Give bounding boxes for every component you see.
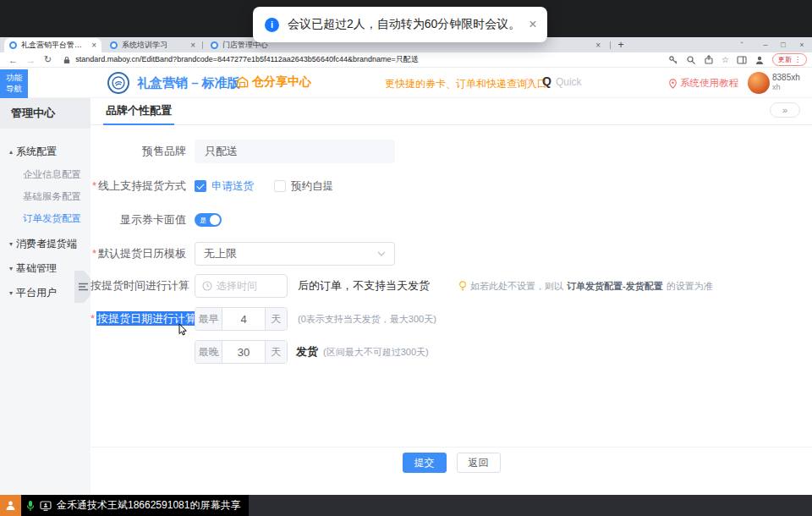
submit-button[interactable]: 提交 xyxy=(403,453,447,473)
form-footer: 提交 返回 xyxy=(91,447,812,473)
sidebar-group-system-config[interactable]: ▴ 系统配置 xyxy=(0,140,91,163)
sidebar-item-enterprise-info[interactable]: 企业信息配置 xyxy=(0,163,91,185)
tutorial-link[interactable]: 系统使用教程 xyxy=(669,77,738,90)
screen-share-taskbar: 金禾通技术王斌18662591081的屏幕共享 xyxy=(0,495,812,516)
tutorial-label: 系统使用教程 xyxy=(680,77,738,90)
earliest-days-group: 最早 天 xyxy=(195,307,288,331)
url-bar-actions: ☆ 更新 ⋮ xyxy=(668,53,812,66)
user-name-block: 8385xh xh xyxy=(772,73,800,92)
profile-icon[interactable] xyxy=(754,55,765,65)
required-mark: * xyxy=(92,247,96,260)
window-close-icon[interactable]: × xyxy=(793,37,811,52)
microphone-icon xyxy=(26,500,35,512)
nav-toggle-line1: 功能 xyxy=(6,73,22,84)
sidebar-group-consumer-pickup[interactable]: ▾ 消费者提货端 xyxy=(0,233,91,255)
time-hint: 如若此处不设置，则以订单发货配置-发货配置的设置为准 xyxy=(458,280,713,293)
window-menu-icon[interactable]: ˇ xyxy=(732,37,751,52)
banner-close-icon[interactable]: × xyxy=(529,18,536,31)
tab-close-icon[interactable]: × xyxy=(91,41,96,50)
tab-close-icon[interactable]: × xyxy=(190,41,195,50)
screen: i 会议已超过2人，自动转为60分钟限时会议。 × 礼盒营销平台管理中心 × 系… xyxy=(0,0,812,516)
share-icon[interactable] xyxy=(704,55,714,65)
checkbox-delivery-label[interactable]: 申请送货 xyxy=(211,179,254,194)
toggle-knob xyxy=(210,215,220,225)
main-content: 品牌个性配置 » 预售品牌 只配送 *线上支持提货方式 申请送货 预约自提 显示… xyxy=(91,98,812,495)
caret-up-icon: ▴ xyxy=(9,148,13,156)
favicon xyxy=(9,41,17,49)
collapse-menu-icon xyxy=(79,283,88,291)
browser-tab-active[interactable]: 礼盒营销平台管理中心 × xyxy=(4,38,102,52)
meeting-app-icon[interactable] xyxy=(0,495,21,516)
form-row-show-face-value: 显示券卡面值 是 xyxy=(91,208,222,232)
info-icon: i xyxy=(265,18,279,32)
form-row-time-calc: 按提货时间进行计算 后的订单，不支持当天发货 如若此处不设置，则以订单发货配置-… xyxy=(91,274,713,298)
more-dots-icon: ⋮ xyxy=(794,56,801,63)
app-logo-icon xyxy=(107,72,129,94)
user-name: 8385xh xyxy=(772,73,800,83)
bookmark-star-icon[interactable]: ☆ xyxy=(721,55,729,64)
calendar-template-label-text: 默认提货日历模板 xyxy=(98,247,186,260)
back-button[interactable]: 返回 xyxy=(457,453,501,473)
sidebar-group-label: 系统配置 xyxy=(16,145,57,159)
calendar-template-select[interactable]: 无上限 xyxy=(195,242,395,266)
warehouse-icon xyxy=(236,76,249,88)
side-panel-icon[interactable] xyxy=(737,55,747,65)
location-pin-icon xyxy=(669,79,677,89)
screen-share-icon xyxy=(40,501,52,511)
tab-close-icon[interactable]: × xyxy=(595,41,601,50)
nav-toggle-line2: 导航 xyxy=(6,84,22,95)
time-after-text: 后的订单，不支持当天发货 xyxy=(298,278,430,294)
tab-brand-personality-config[interactable]: 品牌个性配置 xyxy=(103,98,174,125)
face-value-toggle-on[interactable]: 是 xyxy=(195,213,222,227)
sidebar: 管理中心 ▴ 系统配置 企业信息配置 基础服务配置 订单发货配置 ▾ 消费者提货… xyxy=(0,98,91,495)
checkbox-delivery-checked[interactable] xyxy=(195,180,206,192)
meeting-notification-banner: i 会议已超过2人，自动转为60分钟限时会议。 × xyxy=(253,7,547,42)
app-title: 礼盒营销 – 标准版 xyxy=(137,75,240,91)
caret-down-icon: ▾ xyxy=(9,265,13,272)
reload-icon[interactable]: ↻ xyxy=(44,54,52,65)
browser-tab[interactable]: × xyxy=(551,38,606,52)
mouse-cursor xyxy=(178,323,189,337)
time-calc-label: 按提货时间进行计算 xyxy=(91,278,186,294)
window-minimize-icon[interactable]: – xyxy=(756,37,775,52)
tab-title: 礼盒营销平台管理中心 xyxy=(21,40,87,51)
clock-icon xyxy=(202,281,212,291)
sidebar-item-order-shipping[interactable]: 订单发货配置 xyxy=(0,207,91,229)
user-subname: xh xyxy=(772,83,800,92)
screen-share-status[interactable]: 金禾通技术王斌18662591081的屏幕共享 xyxy=(21,495,249,516)
earliest-days-input[interactable] xyxy=(222,308,265,330)
update-label: 更新 xyxy=(778,55,792,64)
function-nav-toggle[interactable]: 功能 导航 xyxy=(0,69,28,98)
zoom-icon[interactable] xyxy=(686,55,696,65)
form-row-date-calc-earliest: *按提货日期进行计算 最早 天 (0表示支持当天发货，最大300天) xyxy=(91,307,436,331)
toggle-on-text: 是 xyxy=(200,216,206,225)
time-input[interactable] xyxy=(217,280,271,292)
browser-tab[interactable]: 系统培训学习 × xyxy=(105,38,200,52)
tab-title: 系统培训学习 xyxy=(122,40,186,51)
key-icon[interactable] xyxy=(668,55,678,65)
latest-hint: (区间最大不可超过300天) xyxy=(323,346,429,359)
new-tab-button[interactable]: + xyxy=(614,38,628,52)
time-picker[interactable] xyxy=(195,274,288,298)
latest-days-input[interactable] xyxy=(222,341,265,363)
quick-search[interactable]: Q Quick xyxy=(542,74,582,88)
sidebar-title: 管理中心 xyxy=(0,98,91,129)
sidebar-item-basic-service[interactable]: 基础服务配置 xyxy=(0,185,91,207)
back-icon[interactable]: ← xyxy=(8,55,18,65)
earliest-hint: (0表示支持当天发货，最大300天) xyxy=(298,313,436,326)
url-text[interactable]: standard.maboy.cn/EditBand?brandcode=844… xyxy=(75,54,418,65)
panel-collapse-button[interactable]: » xyxy=(770,102,800,118)
share-center-link[interactable]: 仓分享中心 xyxy=(236,74,311,90)
checkbox-selfpickup-label[interactable]: 预约自提 xyxy=(291,179,333,194)
form-row-presale-brand: 预售品牌 只配送 xyxy=(91,140,395,163)
checkbox-selfpickup-unchecked[interactable] xyxy=(274,180,286,192)
browser-update-button[interactable]: 更新 ⋮ xyxy=(772,53,807,66)
quick-entry-promo-link[interactable]: 更快捷的券卡、订单和快递查询入口 xyxy=(385,77,547,91)
form-row-date-calc-latest: 最晚 天 发货 (区间最大不可超过300天) xyxy=(91,340,429,364)
forward-icon[interactable]: → xyxy=(26,55,36,65)
form-row-calendar-template: *默认提货日历模板 无上限 xyxy=(91,242,395,266)
presale-brand-field[interactable]: 只配送 xyxy=(195,140,395,163)
window-maximize-icon[interactable]: □ xyxy=(774,37,793,52)
user-avatar[interactable] xyxy=(748,72,770,94)
lightbulb-icon xyxy=(458,281,467,292)
